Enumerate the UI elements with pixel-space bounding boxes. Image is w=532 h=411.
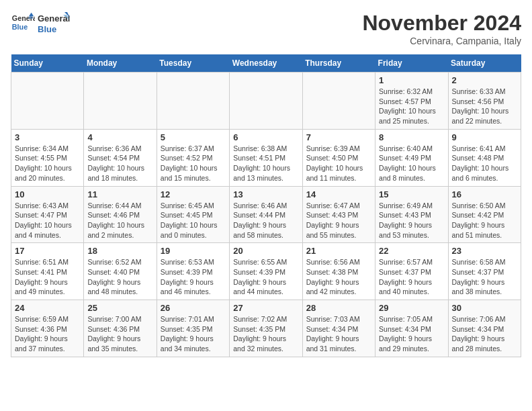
week-row-3: 10Sunrise: 6:43 AM Sunset: 4:47 PM Dayli… — [11, 186, 521, 243]
day-info: Sunrise: 6:32 AM Sunset: 4:57 PM Dayligh… — [379, 87, 444, 126]
weekday-header-row: SundayMondayTuesdayWednesdayThursdayFrid… — [11, 54, 521, 73]
calendar-cell: 7Sunrise: 6:39 AM Sunset: 4:50 PM Daylig… — [302, 129, 375, 186]
calendar-cell: 21Sunrise: 6:56 AM Sunset: 4:38 PM Dayli… — [302, 243, 375, 300]
day-info: Sunrise: 6:37 AM Sunset: 4:52 PM Dayligh… — [161, 144, 226, 183]
calendar-cell: 10Sunrise: 6:43 AM Sunset: 4:47 PM Dayli… — [11, 186, 84, 243]
calendar-cell: 9Sunrise: 6:41 AM Sunset: 4:48 PM Daylig… — [448, 129, 521, 186]
calendar-cell: 22Sunrise: 6:57 AM Sunset: 4:37 PM Dayli… — [375, 243, 448, 300]
calendar-cell: 28Sunrise: 7:03 AM Sunset: 4:34 PM Dayli… — [302, 300, 375, 357]
week-row-4: 17Sunrise: 6:51 AM Sunset: 4:41 PM Dayli… — [11, 243, 521, 300]
day-number: 7 — [306, 132, 371, 142]
calendar-cell: 30Sunrise: 7:06 AM Sunset: 4:34 PM Dayli… — [448, 300, 521, 357]
page-header: General Blue General Blue November 2024 … — [11, 11, 521, 46]
generalblue-logo-svg: General Blue — [38, 11, 70, 36]
title-block: November 2024 Cervinara, Campania, Italy — [362, 11, 521, 46]
day-number: 25 — [87, 303, 152, 313]
day-number: 3 — [15, 132, 80, 142]
day-info: Sunrise: 6:40 AM Sunset: 4:49 PM Dayligh… — [379, 144, 444, 183]
day-info: Sunrise: 6:50 AM Sunset: 4:42 PM Dayligh… — [452, 201, 517, 240]
day-info: Sunrise: 6:51 AM Sunset: 4:41 PM Dayligh… — [15, 257, 80, 297]
day-info: Sunrise: 6:39 AM Sunset: 4:50 PM Dayligh… — [306, 144, 371, 183]
location-subtitle: Cervinara, Campania, Italy — [362, 36, 521, 46]
logo: General Blue General Blue — [11, 11, 70, 36]
calendar-cell: 18Sunrise: 6:52 AM Sunset: 4:40 PM Dayli… — [84, 243, 157, 300]
svg-text:Blue: Blue — [12, 23, 28, 31]
weekday-header-saturday: Saturday — [448, 54, 521, 73]
day-number: 9 — [452, 132, 517, 142]
day-info: Sunrise: 6:46 AM Sunset: 4:44 PM Dayligh… — [233, 201, 298, 240]
weekday-header-sunday: Sunday — [11, 54, 84, 73]
day-info: Sunrise: 7:01 AM Sunset: 4:35 PM Dayligh… — [161, 314, 226, 354]
calendar-cell: 1Sunrise: 6:32 AM Sunset: 4:57 PM Daylig… — [375, 73, 448, 130]
day-info: Sunrise: 6:34 AM Sunset: 4:55 PM Dayligh… — [15, 144, 80, 183]
calendar-cell — [84, 73, 157, 130]
day-info: Sunrise: 6:58 AM Sunset: 4:37 PM Dayligh… — [452, 257, 517, 297]
day-info: Sunrise: 6:55 AM Sunset: 4:39 PM Dayligh… — [233, 257, 298, 297]
calendar-cell — [157, 73, 229, 130]
day-number: 28 — [306, 303, 371, 313]
calendar-cell: 27Sunrise: 7:02 AM Sunset: 4:35 PM Dayli… — [230, 300, 302, 357]
day-info: Sunrise: 6:43 AM Sunset: 4:47 PM Dayligh… — [15, 201, 80, 240]
weekday-header-wednesday: Wednesday — [230, 54, 302, 73]
day-number: 8 — [379, 132, 444, 142]
day-number: 2 — [452, 75, 517, 85]
calendar-cell: 11Sunrise: 6:44 AM Sunset: 4:46 PM Dayli… — [84, 186, 157, 243]
day-number: 19 — [161, 246, 226, 256]
calendar-cell: 26Sunrise: 7:01 AM Sunset: 4:35 PM Dayli… — [157, 300, 229, 357]
day-number: 30 — [452, 303, 517, 313]
day-info: Sunrise: 6:44 AM Sunset: 4:46 PM Dayligh… — [87, 201, 152, 240]
day-number: 23 — [452, 246, 517, 256]
day-info: Sunrise: 7:06 AM Sunset: 4:34 PM Dayligh… — [452, 314, 517, 354]
day-number: 26 — [161, 303, 226, 313]
day-info: Sunrise: 6:59 AM Sunset: 4:36 PM Dayligh… — [15, 314, 80, 354]
calendar-cell: 14Sunrise: 6:47 AM Sunset: 4:43 PM Dayli… — [302, 186, 375, 243]
day-info: Sunrise: 7:05 AM Sunset: 4:34 PM Dayligh… — [379, 314, 444, 354]
calendar-cell: 13Sunrise: 6:46 AM Sunset: 4:44 PM Dayli… — [230, 186, 302, 243]
day-number: 24 — [15, 303, 80, 313]
calendar-cell: 16Sunrise: 6:50 AM Sunset: 4:42 PM Dayli… — [448, 186, 521, 243]
weekday-header-thursday: Thursday — [302, 54, 375, 73]
weekday-header-tuesday: Tuesday — [157, 54, 229, 73]
day-number: 21 — [306, 246, 371, 256]
day-info: Sunrise: 6:53 AM Sunset: 4:39 PM Dayligh… — [161, 257, 226, 297]
calendar-cell: 3Sunrise: 6:34 AM Sunset: 4:55 PM Daylig… — [11, 129, 84, 186]
day-number: 4 — [87, 132, 152, 142]
calendar-cell — [302, 73, 375, 130]
day-number: 11 — [87, 189, 152, 199]
day-number: 1 — [379, 75, 444, 85]
day-number: 16 — [452, 189, 517, 199]
day-info: Sunrise: 6:36 AM Sunset: 4:54 PM Dayligh… — [87, 144, 152, 183]
day-info: Sunrise: 6:41 AM Sunset: 4:48 PM Dayligh… — [452, 144, 517, 183]
day-number: 13 — [233, 189, 298, 199]
calendar-cell: 15Sunrise: 6:49 AM Sunset: 4:43 PM Dayli… — [375, 186, 448, 243]
day-info: Sunrise: 6:45 AM Sunset: 4:45 PM Dayligh… — [161, 201, 226, 240]
day-info: Sunrise: 7:00 AM Sunset: 4:36 PM Dayligh… — [87, 314, 152, 354]
calendar-cell: 6Sunrise: 6:38 AM Sunset: 4:51 PM Daylig… — [230, 129, 302, 186]
calendar-cell: 25Sunrise: 7:00 AM Sunset: 4:36 PM Dayli… — [84, 300, 157, 357]
week-row-1: 1Sunrise: 6:32 AM Sunset: 4:57 PM Daylig… — [11, 73, 521, 130]
calendar-cell: 17Sunrise: 6:51 AM Sunset: 4:41 PM Dayli… — [11, 243, 84, 300]
calendar-cell: 20Sunrise: 6:55 AM Sunset: 4:39 PM Dayli… — [230, 243, 302, 300]
svg-text:Blue: Blue — [38, 24, 56, 34]
logo-icon: General Blue — [11, 11, 35, 36]
calendar-cell: 24Sunrise: 6:59 AM Sunset: 4:36 PM Dayli… — [11, 300, 84, 357]
day-info: Sunrise: 6:38 AM Sunset: 4:51 PM Dayligh… — [233, 144, 298, 183]
day-info: Sunrise: 7:02 AM Sunset: 4:35 PM Dayligh… — [233, 314, 298, 354]
weekday-header-friday: Friday — [375, 54, 448, 73]
calendar-cell: 5Sunrise: 6:37 AM Sunset: 4:52 PM Daylig… — [157, 129, 229, 186]
calendar-cell: 12Sunrise: 6:45 AM Sunset: 4:45 PM Dayli… — [157, 186, 229, 243]
day-number: 18 — [87, 246, 152, 256]
calendar-cell — [230, 73, 302, 130]
calendar-cell: 8Sunrise: 6:40 AM Sunset: 4:49 PM Daylig… — [375, 129, 448, 186]
day-number: 10 — [15, 189, 80, 199]
day-number: 20 — [233, 246, 298, 256]
day-info: Sunrise: 6:52 AM Sunset: 4:40 PM Dayligh… — [87, 257, 152, 297]
day-info: Sunrise: 7:03 AM Sunset: 4:34 PM Dayligh… — [306, 314, 371, 354]
day-number: 17 — [15, 246, 80, 256]
day-number: 6 — [233, 132, 298, 142]
day-info: Sunrise: 6:57 AM Sunset: 4:37 PM Dayligh… — [379, 257, 444, 297]
calendar-cell — [11, 73, 84, 130]
day-number: 5 — [161, 132, 226, 142]
day-info: Sunrise: 6:47 AM Sunset: 4:43 PM Dayligh… — [306, 201, 371, 240]
day-number: 29 — [379, 303, 444, 313]
